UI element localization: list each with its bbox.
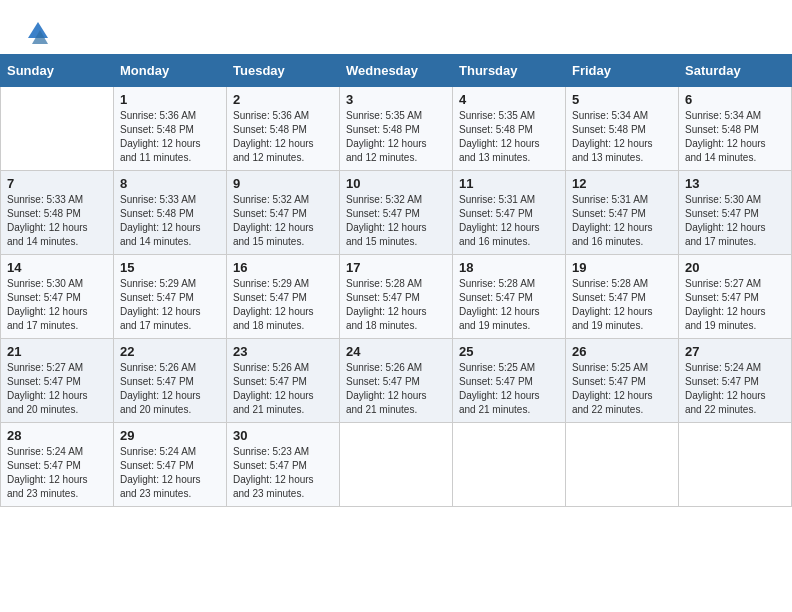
week-row-1: 1Sunrise: 5:36 AM Sunset: 5:48 PM Daylig…	[1, 87, 792, 171]
weekday-header-wednesday: Wednesday	[340, 55, 453, 87]
cell-info: Sunrise: 5:29 AM Sunset: 5:47 PM Dayligh…	[233, 277, 333, 333]
calendar-cell: 6Sunrise: 5:34 AM Sunset: 5:48 PM Daylig…	[679, 87, 792, 171]
cell-date-number: 23	[233, 344, 333, 359]
cell-date-number: 27	[685, 344, 785, 359]
cell-info: Sunrise: 5:26 AM Sunset: 5:47 PM Dayligh…	[233, 361, 333, 417]
page: SundayMondayTuesdayWednesdayThursdayFrid…	[0, 0, 792, 507]
cell-info: Sunrise: 5:25 AM Sunset: 5:47 PM Dayligh…	[459, 361, 559, 417]
calendar-cell: 5Sunrise: 5:34 AM Sunset: 5:48 PM Daylig…	[566, 87, 679, 171]
cell-info: Sunrise: 5:24 AM Sunset: 5:47 PM Dayligh…	[7, 445, 107, 501]
cell-date-number: 21	[7, 344, 107, 359]
week-row-3: 14Sunrise: 5:30 AM Sunset: 5:47 PM Dayli…	[1, 255, 792, 339]
calendar-cell: 15Sunrise: 5:29 AM Sunset: 5:47 PM Dayli…	[114, 255, 227, 339]
cell-info: Sunrise: 5:33 AM Sunset: 5:48 PM Dayligh…	[120, 193, 220, 249]
cell-info: Sunrise: 5:24 AM Sunset: 5:47 PM Dayligh…	[120, 445, 220, 501]
cell-info: Sunrise: 5:35 AM Sunset: 5:48 PM Dayligh…	[459, 109, 559, 165]
calendar-cell: 19Sunrise: 5:28 AM Sunset: 5:47 PM Dayli…	[566, 255, 679, 339]
calendar-cell: 18Sunrise: 5:28 AM Sunset: 5:47 PM Dayli…	[453, 255, 566, 339]
cell-date-number: 22	[120, 344, 220, 359]
cell-date-number: 8	[120, 176, 220, 191]
cell-date-number: 30	[233, 428, 333, 443]
calendar-cell	[453, 423, 566, 507]
cell-info: Sunrise: 5:30 AM Sunset: 5:47 PM Dayligh…	[7, 277, 107, 333]
cell-date-number: 26	[572, 344, 672, 359]
calendar-cell: 14Sunrise: 5:30 AM Sunset: 5:47 PM Dayli…	[1, 255, 114, 339]
calendar-cell: 30Sunrise: 5:23 AM Sunset: 5:47 PM Dayli…	[227, 423, 340, 507]
week-row-5: 28Sunrise: 5:24 AM Sunset: 5:47 PM Dayli…	[1, 423, 792, 507]
calendar-cell	[1, 87, 114, 171]
cell-date-number: 1	[120, 92, 220, 107]
cell-date-number: 3	[346, 92, 446, 107]
cell-date-number: 12	[572, 176, 672, 191]
cell-info: Sunrise: 5:31 AM Sunset: 5:47 PM Dayligh…	[459, 193, 559, 249]
calendar-cell: 9Sunrise: 5:32 AM Sunset: 5:47 PM Daylig…	[227, 171, 340, 255]
cell-info: Sunrise: 5:27 AM Sunset: 5:47 PM Dayligh…	[7, 361, 107, 417]
calendar-cell: 2Sunrise: 5:36 AM Sunset: 5:48 PM Daylig…	[227, 87, 340, 171]
cell-info: Sunrise: 5:36 AM Sunset: 5:48 PM Dayligh…	[233, 109, 333, 165]
calendar-cell: 20Sunrise: 5:27 AM Sunset: 5:47 PM Dayli…	[679, 255, 792, 339]
calendar-cell: 17Sunrise: 5:28 AM Sunset: 5:47 PM Dayli…	[340, 255, 453, 339]
weekday-header-row: SundayMondayTuesdayWednesdayThursdayFrid…	[1, 55, 792, 87]
calendar-cell: 3Sunrise: 5:35 AM Sunset: 5:48 PM Daylig…	[340, 87, 453, 171]
cell-date-number: 19	[572, 260, 672, 275]
cell-date-number: 11	[459, 176, 559, 191]
calendar-cell: 28Sunrise: 5:24 AM Sunset: 5:47 PM Dayli…	[1, 423, 114, 507]
cell-info: Sunrise: 5:31 AM Sunset: 5:47 PM Dayligh…	[572, 193, 672, 249]
cell-info: Sunrise: 5:24 AM Sunset: 5:47 PM Dayligh…	[685, 361, 785, 417]
weekday-header-tuesday: Tuesday	[227, 55, 340, 87]
calendar-cell: 11Sunrise: 5:31 AM Sunset: 5:47 PM Dayli…	[453, 171, 566, 255]
header	[0, 0, 792, 54]
weekday-header-saturday: Saturday	[679, 55, 792, 87]
cell-info: Sunrise: 5:35 AM Sunset: 5:48 PM Dayligh…	[346, 109, 446, 165]
cell-date-number: 7	[7, 176, 107, 191]
weekday-header-monday: Monday	[114, 55, 227, 87]
calendar-table: SundayMondayTuesdayWednesdayThursdayFrid…	[0, 54, 792, 507]
cell-info: Sunrise: 5:33 AM Sunset: 5:48 PM Dayligh…	[7, 193, 107, 249]
cell-info: Sunrise: 5:28 AM Sunset: 5:47 PM Dayligh…	[459, 277, 559, 333]
cell-info: Sunrise: 5:36 AM Sunset: 5:48 PM Dayligh…	[120, 109, 220, 165]
cell-info: Sunrise: 5:30 AM Sunset: 5:47 PM Dayligh…	[685, 193, 785, 249]
cell-date-number: 16	[233, 260, 333, 275]
calendar-cell: 21Sunrise: 5:27 AM Sunset: 5:47 PM Dayli…	[1, 339, 114, 423]
cell-info: Sunrise: 5:26 AM Sunset: 5:47 PM Dayligh…	[346, 361, 446, 417]
calendar-cell: 25Sunrise: 5:25 AM Sunset: 5:47 PM Dayli…	[453, 339, 566, 423]
cell-date-number: 10	[346, 176, 446, 191]
week-row-2: 7Sunrise: 5:33 AM Sunset: 5:48 PM Daylig…	[1, 171, 792, 255]
calendar-cell: 22Sunrise: 5:26 AM Sunset: 5:47 PM Dayli…	[114, 339, 227, 423]
calendar-cell: 8Sunrise: 5:33 AM Sunset: 5:48 PM Daylig…	[114, 171, 227, 255]
cell-date-number: 20	[685, 260, 785, 275]
calendar-cell: 29Sunrise: 5:24 AM Sunset: 5:47 PM Dayli…	[114, 423, 227, 507]
cell-info: Sunrise: 5:34 AM Sunset: 5:48 PM Dayligh…	[572, 109, 672, 165]
calendar-cell: 4Sunrise: 5:35 AM Sunset: 5:48 PM Daylig…	[453, 87, 566, 171]
cell-date-number: 2	[233, 92, 333, 107]
calendar-cell: 16Sunrise: 5:29 AM Sunset: 5:47 PM Dayli…	[227, 255, 340, 339]
cell-info: Sunrise: 5:23 AM Sunset: 5:47 PM Dayligh…	[233, 445, 333, 501]
cell-date-number: 18	[459, 260, 559, 275]
logo-icon	[26, 18, 50, 46]
cell-info: Sunrise: 5:28 AM Sunset: 5:47 PM Dayligh…	[346, 277, 446, 333]
cell-date-number: 28	[7, 428, 107, 443]
calendar-cell: 23Sunrise: 5:26 AM Sunset: 5:47 PM Dayli…	[227, 339, 340, 423]
calendar-cell: 7Sunrise: 5:33 AM Sunset: 5:48 PM Daylig…	[1, 171, 114, 255]
cell-info: Sunrise: 5:29 AM Sunset: 5:47 PM Dayligh…	[120, 277, 220, 333]
calendar-cell: 13Sunrise: 5:30 AM Sunset: 5:47 PM Dayli…	[679, 171, 792, 255]
weekday-header-thursday: Thursday	[453, 55, 566, 87]
cell-date-number: 4	[459, 92, 559, 107]
calendar-cell: 27Sunrise: 5:24 AM Sunset: 5:47 PM Dayli…	[679, 339, 792, 423]
week-row-4: 21Sunrise: 5:27 AM Sunset: 5:47 PM Dayli…	[1, 339, 792, 423]
calendar-cell	[340, 423, 453, 507]
cell-info: Sunrise: 5:34 AM Sunset: 5:48 PM Dayligh…	[685, 109, 785, 165]
cell-date-number: 25	[459, 344, 559, 359]
cell-date-number: 17	[346, 260, 446, 275]
cell-date-number: 15	[120, 260, 220, 275]
cell-date-number: 6	[685, 92, 785, 107]
cell-date-number: 14	[7, 260, 107, 275]
logo	[24, 18, 50, 46]
cell-info: Sunrise: 5:27 AM Sunset: 5:47 PM Dayligh…	[685, 277, 785, 333]
cell-date-number: 29	[120, 428, 220, 443]
calendar-cell: 10Sunrise: 5:32 AM Sunset: 5:47 PM Dayli…	[340, 171, 453, 255]
weekday-header-friday: Friday	[566, 55, 679, 87]
cell-info: Sunrise: 5:32 AM Sunset: 5:47 PM Dayligh…	[233, 193, 333, 249]
calendar-cell: 1Sunrise: 5:36 AM Sunset: 5:48 PM Daylig…	[114, 87, 227, 171]
cell-date-number: 13	[685, 176, 785, 191]
